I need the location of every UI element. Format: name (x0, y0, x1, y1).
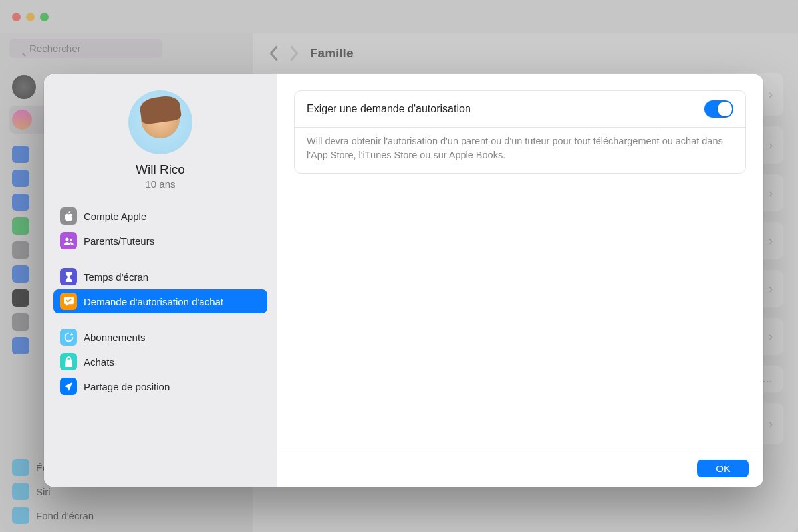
profile-age: 10 ans (145, 178, 175, 190)
nav-item-screen[interactable]: Temps d'écran (53, 265, 267, 289)
sidebar-item-icon (12, 194, 29, 211)
sidebar-item-icon (12, 459, 29, 476)
chevron-right-icon: › (769, 138, 773, 152)
sheet-footer: OK (277, 450, 763, 487)
sheet-main: Exiger une demande d'autorisation Will d… (277, 74, 763, 487)
chevron-right-icon: › (769, 417, 773, 431)
svg-point-0 (65, 237, 68, 241)
nav-forward-icon (289, 45, 301, 61)
setting-description: Will devra obtenir l'autorisation d'un p… (295, 128, 745, 173)
sidebar-item-icon (12, 289, 29, 307)
sidebar-item-icon (12, 170, 29, 187)
nav-item-ask[interactable]: Demande d'autorisation d'achat (53, 289, 267, 313)
nav-item-label: Abonnements (84, 332, 146, 343)
traffic-minimize-icon[interactable] (26, 13, 35, 21)
page-title: Famille (310, 46, 353, 61)
ask-to-buy-toggle[interactable] (704, 100, 733, 118)
nav-item-subs[interactable]: Abonnements (53, 325, 267, 349)
nav-item-parents[interactable]: Parents/Tuteurs (53, 229, 267, 253)
traffic-close-icon[interactable] (12, 13, 21, 21)
apple-logo-icon (60, 207, 77, 225)
nav-item-label: Demande d'autorisation d'achat (84, 296, 223, 307)
arrow-location-icon (60, 378, 77, 395)
search-input[interactable] (9, 39, 162, 58)
sidebar-item-icon (12, 337, 29, 354)
svg-point-1 (69, 238, 72, 241)
sidebar-item-icon (12, 507, 29, 524)
traffic-maximize-icon[interactable] (40, 13, 49, 21)
window-titlebar (0, 0, 798, 33)
nav-item-label: Partage de position (84, 381, 170, 392)
sidebar-item-icon (12, 265, 29, 283)
profile-name: Will Rico (136, 162, 185, 177)
sidebar-item[interactable]: Fond d'écran (9, 504, 243, 527)
member-settings-sheet: Will Rico 10 ans Compte AppleParents/Tut… (44, 74, 763, 487)
sidebar-item-icon (12, 146, 29, 163)
nav-item-apple[interactable]: Compte Apple (53, 204, 267, 228)
chevron-right-icon: › (769, 234, 773, 248)
nav-item-location[interactable]: Partage de position (53, 374, 267, 398)
family-icon (12, 110, 32, 130)
sidebar-item-icon (12, 241, 29, 259)
nav-item-label: Temps d'écran (84, 271, 148, 283)
chevron-right-icon: › (769, 282, 773, 296)
bag-icon (60, 353, 77, 370)
refresh-icon (60, 329, 77, 346)
sidebar-item-label: Siri (36, 486, 51, 497)
sidebar-item-icon (12, 217, 29, 235)
people-icon (60, 232, 77, 249)
avatar-icon (12, 75, 36, 99)
sheet-sidebar: Will Rico 10 ans Compte AppleParents/Tut… (44, 74, 277, 487)
nav-back-icon[interactable] (267, 45, 279, 61)
sidebar-item-label: Fond d'écran (36, 510, 94, 521)
sidebar-item-icon (12, 483, 29, 500)
sidebar-item-icon (12, 313, 29, 331)
chevron-right-icon: › (769, 186, 773, 200)
ok-button[interactable]: OK (697, 460, 749, 477)
setting-title: Exiger une demande d'autorisation (307, 103, 695, 115)
nav-item-label: Parents/Tuteurs (84, 235, 154, 247)
hourglass-icon (60, 268, 77, 285)
ask-to-buy-setting-card: Exiger une demande d'autorisation Will d… (294, 90, 746, 174)
profile-avatar-icon (128, 90, 192, 154)
nav-item-label: Achats (84, 356, 114, 368)
profile-header: Will Rico 10 ans (53, 90, 267, 190)
nav-item-label: Compte Apple (84, 211, 146, 222)
chat-check-icon (60, 293, 77, 310)
search-field-wrap[interactable] (9, 39, 243, 65)
chevron-right-icon: › (769, 88, 773, 102)
nav-item-purchases[interactable]: Achats (53, 350, 267, 374)
chevron-right-icon: › (769, 330, 773, 344)
